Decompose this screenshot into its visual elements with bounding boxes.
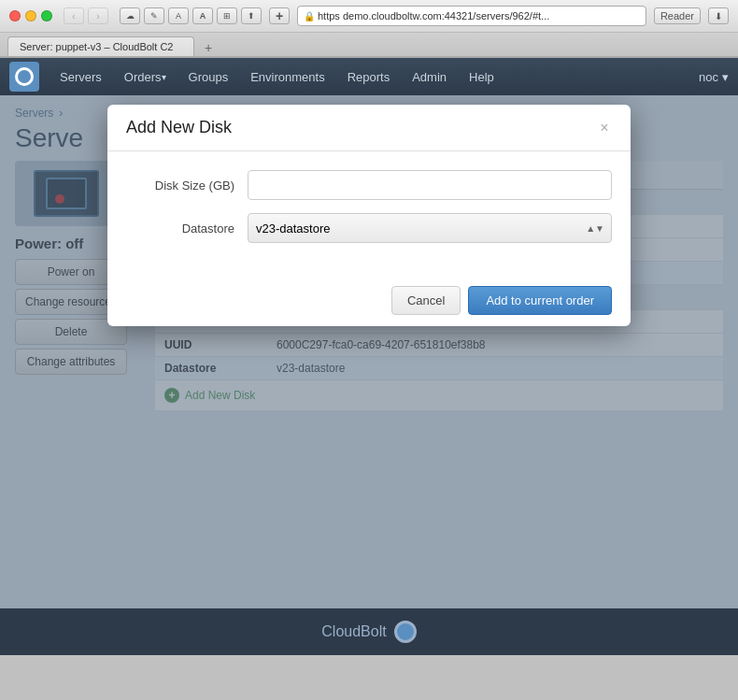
add-address-button[interactable]: + [269,7,290,24]
forward-button[interactable]: › [88,7,108,24]
disk-size-label: Disk Size (GB) [126,179,248,193]
disk-size-row: Disk Size (GB) [126,170,612,200]
edit-button[interactable]: ✎ [144,7,164,24]
add-to-order-button[interactable]: Add to current order [468,286,612,315]
traffic-lights [9,10,52,21]
nav-help[interactable]: Help [458,58,505,95]
datastore-row: Datastore v23-datastore ▲▼ [126,213,612,243]
nav-user-label: noc [699,70,718,84]
nav-user[interactable]: noc ▾ [699,70,729,84]
address-bar[interactable]: 🔒 https demo.cloudboltw.com:44321/server… [297,6,646,26]
navbar-logo [9,62,39,92]
nav-servers[interactable]: Servers [49,58,113,95]
modal-header: Add New Disk × [107,105,631,151]
datastore-select[interactable]: v23-datastore [248,213,612,243]
nav-groups[interactable]: Groups [177,58,240,95]
reader-button[interactable]: Reader [654,7,701,24]
new-tab-button[interactable]: + [200,39,217,56]
nav-admin[interactable]: Admin [401,58,458,95]
cloud-button[interactable]: ☁ [120,7,140,24]
logo-icon [15,67,34,86]
close-window-button[interactable] [9,10,21,21]
browser-chrome: ‹ › ☁ ✎ A A ⊞ ⬆ + 🔒 https demo.cloudbolt… [0,0,738,58]
app-background: Servers Orders Groups Environments Repor… [0,58,738,608]
back-button[interactable]: ‹ [64,7,84,24]
https-icon: 🔒 [304,11,315,21]
datastore-label: Datastore [126,221,248,236]
modal-overlay: Add New Disk × Disk Size (GB) Datastore … [0,95,738,608]
address-bar-wrap: 🔒 https demo.cloudboltw.com:44321/server… [297,6,646,26]
datastore-select-wrap: v23-datastore ▲▼ [248,213,612,243]
nav-user-dropdown-icon: ▾ [722,70,729,84]
download-button[interactable]: ⬇ [708,7,729,24]
modal-body: Disk Size (GB) Datastore v23-datastore ▲… [107,151,631,275]
nav-orders[interactable]: Orders [113,58,177,95]
browser-titlebar: ‹ › ☁ ✎ A A ⊞ ⬆ + 🔒 https demo.cloudbolt… [0,0,738,33]
minimize-window-button[interactable] [25,10,36,21]
page-content: Servers › Serve Power: off Power on Chan… [0,95,738,608]
grid-button[interactable]: ⊞ [217,7,237,24]
footer-logo-icon [394,621,417,643]
text-larger-button[interactable]: A [192,7,213,24]
address-text: https demo.cloudboltw.com:44321/servers/… [318,10,549,21]
cancel-button[interactable]: Cancel [391,286,461,315]
browser-tab[interactable]: Server: puppet-v3 – CloudBolt C2 [7,36,194,56]
modal-close-button[interactable]: × [597,121,612,136]
nav-reports[interactable]: Reports [336,58,402,95]
browser-nav: ‹ › [64,7,108,24]
add-disk-modal: Add New Disk × Disk Size (GB) Datastore … [107,105,631,326]
maximize-window-button[interactable] [41,10,52,21]
nav-items: Servers Orders Groups Environments Repor… [49,58,729,95]
modal-footer: Cancel Add to current order [107,275,631,326]
footer-logo-text: CloudBolt [321,623,386,640]
share-button[interactable]: ⬆ [241,7,262,24]
disk-size-input[interactable] [248,170,612,200]
nav-environments[interactable]: Environments [239,58,335,95]
app-footer: CloudBolt [0,608,738,655]
browser-tab-bar: Server: puppet-v3 – CloudBolt C2 + [0,33,738,57]
text-smaller-button[interactable]: A [168,7,189,24]
navbar: Servers Orders Groups Environments Repor… [0,58,738,95]
modal-title: Add New Disk [126,118,232,137]
